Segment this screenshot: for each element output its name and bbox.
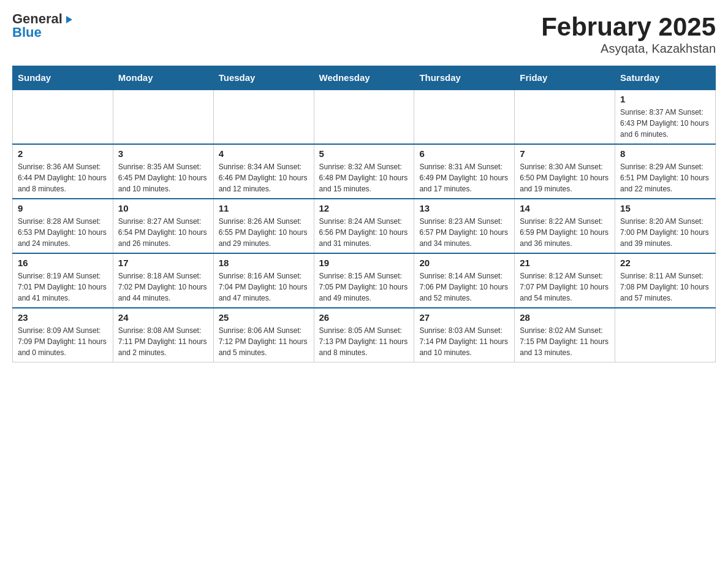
day-number: 27 [419,312,509,323]
calendar-cell: 4Sunrise: 8:34 AM Sunset: 6:46 PM Daylig… [213,144,314,199]
calendar-cell: 27Sunrise: 8:03 AM Sunset: 7:14 PM Dayli… [414,308,515,362]
day-number: 19 [319,258,409,268]
day-number: 18 [219,258,309,268]
calendar-cell: 8Sunrise: 8:29 AM Sunset: 6:51 PM Daylig… [615,144,716,199]
day-info: Sunrise: 8:19 AM Sunset: 7:01 PM Dayligh… [18,270,108,304]
calendar-cell: 28Sunrise: 8:02 AM Sunset: 7:15 PM Dayli… [515,308,615,362]
day-info: Sunrise: 8:03 AM Sunset: 7:14 PM Dayligh… [419,325,509,358]
day-number: 8 [620,148,710,159]
day-info: Sunrise: 8:20 AM Sunset: 7:00 PM Dayligh… [620,216,710,249]
calendar-cell: 25Sunrise: 8:06 AM Sunset: 7:12 PM Dayli… [213,308,314,362]
calendar-cell [113,90,213,144]
location: Asyqata, Kazakhstan [541,42,716,56]
calendar-cell: 17Sunrise: 8:18 AM Sunset: 7:02 PM Dayli… [113,253,213,308]
calendar-cell: 16Sunrise: 8:19 AM Sunset: 7:01 PM Dayli… [13,253,113,308]
weekday-header-row: SundayMondayTuesdayWednesdayThursdayFrid… [13,66,716,90]
calendar-cell: 1Sunrise: 8:37 AM Sunset: 6:43 PM Daylig… [615,90,716,144]
calendar-cell: 19Sunrise: 8:15 AM Sunset: 7:05 PM Dayli… [314,253,414,308]
weekday-tuesday: Tuesday [213,66,314,90]
day-number: 12 [319,203,409,213]
day-info: Sunrise: 8:09 AM Sunset: 7:09 PM Dayligh… [18,325,108,358]
day-number: 14 [520,203,610,213]
day-info: Sunrise: 8:24 AM Sunset: 6:56 PM Dayligh… [319,216,409,249]
day-info: Sunrise: 8:02 AM Sunset: 7:15 PM Dayligh… [520,325,610,358]
title-block: February 2025 Asyqata, Kazakhstan [541,12,716,56]
day-number: 16 [18,258,108,268]
calendar-cell: 22Sunrise: 8:11 AM Sunset: 7:08 PM Dayli… [615,253,716,308]
day-number: 15 [620,203,710,213]
calendar-week-4: 16Sunrise: 8:19 AM Sunset: 7:01 PM Dayli… [13,253,716,308]
calendar-week-2: 2Sunrise: 8:36 AM Sunset: 6:44 PM Daylig… [13,144,716,199]
calendar-cell: 2Sunrise: 8:36 AM Sunset: 6:44 PM Daylig… [13,144,113,199]
day-info: Sunrise: 8:30 AM Sunset: 6:50 PM Dayligh… [520,161,610,194]
day-number: 22 [620,258,710,268]
day-number: 25 [219,312,309,323]
day-info: Sunrise: 8:31 AM Sunset: 6:49 PM Dayligh… [419,161,509,194]
day-info: Sunrise: 8:11 AM Sunset: 7:08 PM Dayligh… [620,270,710,304]
day-info: Sunrise: 8:26 AM Sunset: 6:55 PM Dayligh… [219,216,309,249]
calendar-week-1: 1Sunrise: 8:37 AM Sunset: 6:43 PM Daylig… [13,90,716,144]
calendar-table: SundayMondayTuesdayWednesdayThursdayFrid… [12,66,716,362]
day-info: Sunrise: 8:15 AM Sunset: 7:05 PM Dayligh… [319,270,409,304]
weekday-saturday: Saturday [615,66,716,90]
day-info: Sunrise: 8:22 AM Sunset: 6:59 PM Dayligh… [520,216,610,249]
day-info: Sunrise: 8:35 AM Sunset: 6:45 PM Dayligh… [118,161,208,194]
calendar-body: 1Sunrise: 8:37 AM Sunset: 6:43 PM Daylig… [13,90,716,362]
calendar-cell: 15Sunrise: 8:20 AM Sunset: 7:00 PM Dayli… [615,199,716,253]
day-info: Sunrise: 8:32 AM Sunset: 6:48 PM Dayligh… [319,161,409,194]
calendar-cell: 18Sunrise: 8:16 AM Sunset: 7:04 PM Dayli… [213,253,314,308]
day-number: 10 [118,203,208,213]
calendar-cell: 23Sunrise: 8:09 AM Sunset: 7:09 PM Dayli… [13,308,113,362]
day-info: Sunrise: 8:36 AM Sunset: 6:44 PM Dayligh… [18,161,108,194]
day-number: 23 [18,312,108,323]
calendar-cell [314,90,414,144]
calendar-cell: 21Sunrise: 8:12 AM Sunset: 7:07 PM Dayli… [515,253,615,308]
svg-marker-0 [66,16,72,23]
logo: General Blue [12,12,75,39]
calendar-cell: 6Sunrise: 8:31 AM Sunset: 6:49 PM Daylig… [414,144,515,199]
day-info: Sunrise: 8:14 AM Sunset: 7:06 PM Dayligh… [419,270,509,304]
day-number: 5 [319,148,409,159]
calendar-cell [414,90,515,144]
weekday-thursday: Thursday [414,66,515,90]
day-number: 26 [319,312,409,323]
calendar-cell: 7Sunrise: 8:30 AM Sunset: 6:50 PM Daylig… [515,144,615,199]
day-number: 6 [419,148,509,159]
calendar-cell: 11Sunrise: 8:26 AM Sunset: 6:55 PM Dayli… [213,199,314,253]
day-number: 24 [118,312,208,323]
calendar-cell [213,90,314,144]
calendar-cell: 9Sunrise: 8:28 AM Sunset: 6:53 PM Daylig… [13,199,113,253]
calendar-cell: 20Sunrise: 8:14 AM Sunset: 7:06 PM Dayli… [414,253,515,308]
calendar-cell: 13Sunrise: 8:23 AM Sunset: 6:57 PM Dayli… [414,199,515,253]
calendar-week-5: 23Sunrise: 8:09 AM Sunset: 7:09 PM Dayli… [13,308,716,362]
day-info: Sunrise: 8:34 AM Sunset: 6:46 PM Dayligh… [219,161,309,194]
day-info: Sunrise: 8:23 AM Sunset: 6:57 PM Dayligh… [419,216,509,249]
day-number: 7 [520,148,610,159]
calendar-cell [515,90,615,144]
day-number: 1 [620,94,710,104]
day-info: Sunrise: 8:16 AM Sunset: 7:04 PM Dayligh… [219,270,309,304]
day-info: Sunrise: 8:05 AM Sunset: 7:13 PM Dayligh… [319,325,409,358]
page-header: General Blue February 2025 Asyqata, Kaza… [12,12,716,56]
day-number: 17 [118,258,208,268]
calendar-week-3: 9Sunrise: 8:28 AM Sunset: 6:53 PM Daylig… [13,199,716,253]
weekday-friday: Friday [515,66,615,90]
weekday-sunday: Sunday [13,66,113,90]
day-number: 13 [419,203,509,213]
day-number: 9 [18,203,108,213]
calendar-cell: 14Sunrise: 8:22 AM Sunset: 6:59 PM Dayli… [515,199,615,253]
day-number: 4 [219,148,309,159]
calendar-cell: 26Sunrise: 8:05 AM Sunset: 7:13 PM Dayli… [314,308,414,362]
weekday-monday: Monday [113,66,213,90]
logo-general: General [12,12,63,26]
logo-triangle-icon [64,14,75,25]
day-info: Sunrise: 8:37 AM Sunset: 6:43 PM Dayligh… [620,107,710,140]
day-info: Sunrise: 8:27 AM Sunset: 6:54 PM Dayligh… [118,216,208,249]
calendar-cell: 12Sunrise: 8:24 AM Sunset: 6:56 PM Dayli… [314,199,414,253]
day-number: 11 [219,203,309,213]
day-number: 20 [419,258,509,268]
day-info: Sunrise: 8:28 AM Sunset: 6:53 PM Dayligh… [18,216,108,249]
month-title: February 2025 [541,12,716,42]
calendar-cell: 3Sunrise: 8:35 AM Sunset: 6:45 PM Daylig… [113,144,213,199]
logo-blue: Blue [12,26,42,39]
